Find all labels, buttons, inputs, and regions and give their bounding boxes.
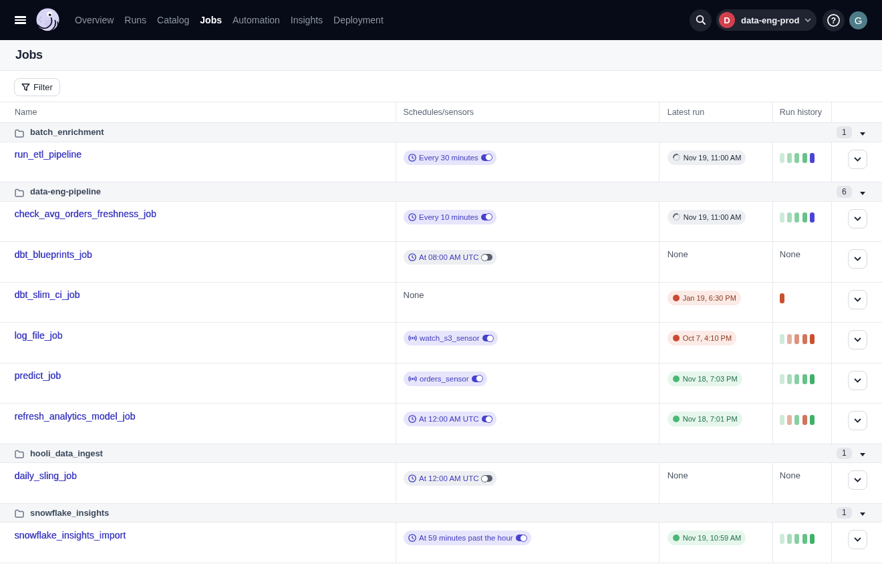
svg-text:?: ? (831, 15, 836, 25)
